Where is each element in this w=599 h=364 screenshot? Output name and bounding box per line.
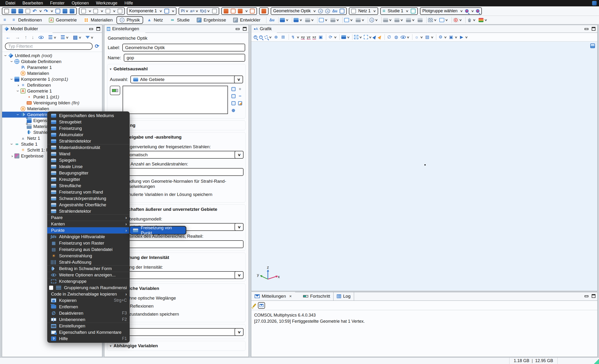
add-node-icon[interactable] bbox=[93, 9, 98, 13]
ribbon-tab[interactable]: Geometrie bbox=[46, 16, 80, 24]
more-boundary-button[interactable]: ∨ bbox=[330, 17, 340, 23]
context-menu-item[interactable]: Freisetzung bbox=[47, 125, 130, 131]
messages-tab[interactable]: Log bbox=[334, 292, 354, 301]
appearance-icon[interactable]: ∨ bbox=[338, 34, 350, 40]
menu-item[interactable]: Hilfe bbox=[121, 0, 137, 6]
context-menu-item[interactable]: Eigenschaften und Kommentare bbox=[47, 329, 130, 335]
edge-features-button[interactable]: ∨ bbox=[341, 17, 353, 24]
context-menu-item[interactable]: Punkte › bbox=[47, 227, 130, 234]
more-attributes-button[interactable]: ∨ bbox=[405, 17, 415, 23]
context-menu-item[interactable]: Code in Zwischenablage kopieren › bbox=[47, 291, 130, 297]
parameter-button[interactable]: f(x) bbox=[200, 9, 206, 13]
view-xz-icon[interactable]: xz bbox=[312, 35, 316, 39]
more-domain-button[interactable]: ∨ bbox=[304, 17, 314, 23]
more-edge-button[interactable]: ∨ bbox=[355, 17, 365, 23]
tree-item[interactable]: Pᵢ Parameter 1 bbox=[2, 64, 102, 70]
open-folder-icon[interactable] bbox=[18, 9, 23, 13]
view-xy-icon[interactable]: xy bbox=[301, 35, 305, 39]
deselect-box-icon[interactable]: ∨ bbox=[364, 35, 371, 39]
float-panel-icon[interactable] bbox=[592, 294, 595, 298]
propagation-dropdown-chevron-icon[interactable]: ∨ bbox=[235, 223, 244, 231]
parameter-button[interactable]: Pi bbox=[181, 9, 185, 13]
context-menu-item[interactable]: Weitere Optionen anzeigen... bbox=[47, 272, 130, 278]
filter-button[interactable]: ∨ bbox=[85, 35, 94, 40]
checkbox-icon[interactable] bbox=[49, 286, 53, 290]
mesh-icon[interactable] bbox=[351, 9, 356, 13]
move-down-button[interactable]: ↓ bbox=[31, 34, 35, 41]
mesh-dropdown[interactable]: Netz 1 bbox=[358, 9, 370, 13]
context-menu-item[interactable]: Materialdiskontinuität bbox=[47, 144, 130, 151]
tree-item[interactable]: Materialien bbox=[2, 70, 102, 76]
snapshot-icon[interactable]: ▣ ∨ bbox=[449, 35, 457, 40]
plotgroup-chevron-icon[interactable]: ∨ bbox=[460, 9, 463, 13]
view-yz-icon[interactable]: yz bbox=[307, 35, 311, 39]
windows-icon[interactable] bbox=[62, 9, 67, 13]
context-menu-item[interactable]: Strahlendetektor bbox=[47, 138, 130, 144]
menu-item[interactable]: Optionen bbox=[68, 0, 92, 6]
add-component-chevron-icon[interactable]: ∨ bbox=[88, 9, 91, 13]
status-checkbox-row[interactable]: Strahlzustandsdaten speichern bbox=[110, 312, 243, 317]
paste-selection-icon[interactable] bbox=[230, 100, 237, 106]
label-input[interactable]: Geometrische Optik bbox=[122, 44, 245, 52]
geometry-update-chevron-icon[interactable]: ∨ bbox=[245, 9, 248, 13]
advanced-dropdown-chevron-icon[interactable]: ∨ bbox=[235, 328, 244, 336]
minimize-panel-icon[interactable] bbox=[236, 28, 239, 30]
context-menu-item[interactable]: Entfernen bbox=[47, 303, 130, 310]
geometry-grid-icon[interactable] bbox=[250, 9, 255, 13]
select-box-icon[interactable]: ∨ bbox=[351, 34, 362, 40]
ribbon-tab[interactable]: Ergebnisse bbox=[194, 16, 229, 24]
zoom-box-icon[interactable]: ∨ bbox=[264, 35, 272, 39]
redo-chevron-icon[interactable]: ∨ bbox=[50, 9, 53, 13]
context-menu-item[interactable]: Umbenennen F2 bbox=[47, 316, 130, 323]
submenu-item[interactable]: Freisetzung von Punkt bbox=[130, 227, 186, 234]
context-menu-item[interactable]: ☀ Sonnenstrahlung bbox=[47, 252, 130, 259]
selection-dropdown-chevron-icon[interactable]: ∨ bbox=[234, 76, 243, 83]
graphics-canvas[interactable]: z x y bbox=[251, 42, 597, 291]
section-header[interactable]: ▾Abhängige Variablen bbox=[109, 342, 244, 350]
context-menu-item[interactable]: Angestrahlte Oberfläche bbox=[47, 202, 130, 208]
float-panel-icon[interactable] bbox=[243, 27, 247, 31]
context-menu-item[interactable]: Kopieren Strg+C bbox=[47, 297, 130, 303]
name-input[interactable]: gop bbox=[124, 54, 245, 62]
tree-item[interactable]: › Komponente 1 (comp1) bbox=[2, 76, 102, 82]
intensity-dropdown-chevron-icon[interactable]: ∨ bbox=[235, 271, 244, 279]
release-button[interactable]: ∨ bbox=[464, 17, 476, 24]
transparency-icon[interactable]: ◍ bbox=[394, 35, 399, 40]
menu-item[interactable]: Fenster bbox=[46, 0, 68, 6]
section-header[interactable]: ▾Gebietsauswahl bbox=[109, 65, 244, 73]
color-legend-button[interactable]: ∨ bbox=[478, 17, 488, 23]
context-menu-item[interactable]: ▤ Freisetzung aus Datendatei bbox=[47, 246, 130, 252]
compute-icon[interactable]: = bbox=[383, 8, 386, 14]
ports-button[interactable]: ∨ bbox=[439, 17, 449, 23]
tree-item[interactable]: Materialien bbox=[2, 106, 102, 112]
remove-from-selection-icon[interactable]: − bbox=[237, 93, 243, 99]
selection-list[interactable] bbox=[123, 86, 228, 114]
tree-item[interactable]: › Untitled.mph (root) bbox=[2, 53, 102, 59]
domain-features-button[interactable]: ∨ bbox=[291, 17, 303, 24]
copy-selection-icon[interactable] bbox=[230, 86, 237, 92]
context-menu-item[interactable]: Freisetzung vom Rand bbox=[47, 189, 130, 195]
float-panel-icon[interactable] bbox=[592, 27, 595, 31]
study-chevron-icon[interactable]: ∨ bbox=[405, 9, 409, 13]
physics-import-icon[interactable] bbox=[340, 9, 344, 13]
geometry-import-icon[interactable] bbox=[231, 9, 236, 13]
messages-tab[interactable]: Fortschritt bbox=[300, 292, 334, 301]
undo-chevron-icon[interactable]: ∨ bbox=[39, 9, 42, 13]
tree-item[interactable]: Vereinigung bilden (fin) bbox=[2, 100, 102, 106]
close-tab-icon[interactable]: × bbox=[289, 294, 292, 299]
context-menu-item[interactable]: Akkumulator bbox=[47, 131, 130, 138]
select-entities-icon[interactable] bbox=[373, 35, 377, 39]
help-icon[interactable] bbox=[70, 9, 74, 13]
move-up-button[interactable]: ↑ bbox=[24, 34, 28, 41]
variables-button[interactable]: Δu bbox=[269, 17, 275, 23]
tree-item[interactable]: › A Geometrie 1 bbox=[2, 88, 102, 94]
expand-all-button[interactable]: ☰ ∨ bbox=[47, 34, 57, 41]
parameter-chevron-icon[interactable]: ∨ bbox=[207, 9, 210, 13]
update-icon[interactable] bbox=[55, 9, 60, 13]
context-menu-item[interactable]: Ideale Linse bbox=[47, 163, 130, 170]
collapse-all-button[interactable]: ☰ ∨ bbox=[60, 34, 69, 41]
minimize-panel-icon[interactable] bbox=[585, 295, 588, 297]
messages-tab[interactable]: Mitteilungen × bbox=[251, 292, 300, 301]
add-node-chevron-icon[interactable]: ∨ bbox=[100, 9, 104, 13]
physics-dropdown[interactable]: Geometrische Optik bbox=[273, 9, 311, 13]
